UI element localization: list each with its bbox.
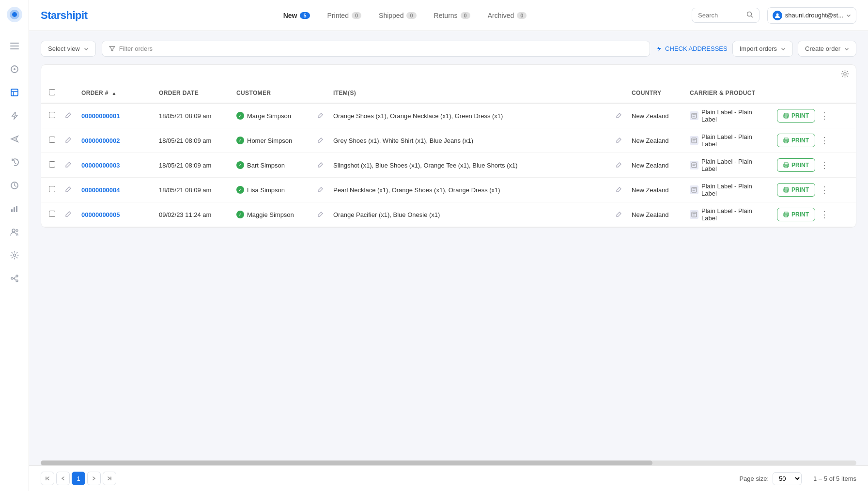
page-1-button[interactable]: 1 bbox=[72, 472, 85, 485]
history-icon[interactable] bbox=[5, 153, 24, 172]
row-checkbox-cell bbox=[41, 153, 61, 178]
page-size-select[interactable]: 50 100 200 bbox=[773, 472, 802, 485]
filter-orders-input[interactable]: Filter orders bbox=[102, 41, 650, 57]
row-edit-icon[interactable] bbox=[65, 112, 72, 120]
tab-archived[interactable]: Archived 0 bbox=[480, 8, 535, 23]
table-settings-button[interactable] bbox=[839, 68, 851, 82]
row-checkbox[interactable] bbox=[49, 186, 55, 192]
row-carrier-cell: Plain Label - Plain Label bbox=[685, 178, 772, 202]
row-checkbox[interactable] bbox=[49, 112, 55, 118]
row-date-cell: 18/05/21 08:09 am bbox=[154, 128, 232, 153]
print-button[interactable]: PRINT bbox=[777, 134, 815, 147]
tab-printed[interactable]: Printed 0 bbox=[320, 8, 369, 23]
print-icon bbox=[783, 138, 789, 143]
row-checkbox[interactable] bbox=[49, 161, 55, 168]
prev-page-button[interactable] bbox=[56, 472, 70, 485]
create-order-button[interactable]: Create order bbox=[798, 41, 856, 57]
items-edit-icon[interactable] bbox=[616, 162, 622, 169]
last-page-button[interactable] bbox=[103, 472, 116, 485]
print-icon bbox=[783, 162, 789, 168]
row-items: Orange Shoes (x1), Orange Necklace (x1),… bbox=[333, 112, 503, 120]
carrier-header[interactable]: CARRIER & PRODUCT bbox=[685, 83, 772, 103]
page-info: 1 – 5 of 5 items bbox=[813, 475, 856, 482]
search-icon[interactable] bbox=[746, 11, 753, 19]
svg-rect-28 bbox=[692, 163, 697, 168]
tab-shipped[interactable]: Shipped 0 bbox=[371, 8, 424, 23]
bolt-icon[interactable] bbox=[5, 106, 24, 125]
data-table: ORDER # ▲ ORDER DATE CUSTOMER ITEM(S) CO… bbox=[41, 83, 856, 227]
import-orders-button[interactable]: Import orders bbox=[732, 41, 793, 57]
next-page-button[interactable] bbox=[87, 472, 101, 485]
verified-icon: ✓ bbox=[236, 137, 244, 144]
row-items-cell: Grey Shoes (x1), White Shirt (x1), Blue … bbox=[328, 128, 627, 153]
more-options-button[interactable]: ⋮ bbox=[817, 134, 832, 147]
customer-edit-icon[interactable] bbox=[318, 112, 324, 120]
items-edit-icon[interactable] bbox=[616, 112, 622, 120]
row-order-link[interactable]: 00000000001 bbox=[81, 112, 120, 120]
search-input[interactable] bbox=[698, 12, 743, 19]
row-order-link[interactable]: 00000000005 bbox=[81, 211, 120, 218]
package-icon[interactable] bbox=[5, 83, 24, 102]
svg-rect-3 bbox=[10, 43, 19, 44]
row-order-id-cell: 00000000005 bbox=[77, 202, 154, 227]
scrollbar-thumb[interactable] bbox=[41, 460, 652, 465]
chart-icon[interactable] bbox=[5, 199, 24, 218]
row-edit-icon[interactable] bbox=[65, 186, 72, 194]
row-order-id-cell: 00000000003 bbox=[77, 153, 154, 178]
check-addresses-button[interactable]: CHECK ADDRESSES bbox=[656, 45, 728, 52]
row-checkbox[interactable] bbox=[49, 137, 55, 143]
send-icon[interactable] bbox=[5, 129, 24, 149]
row-carrier: Plain Label - Plain Label bbox=[701, 183, 767, 197]
svg-point-15 bbox=[13, 254, 16, 257]
row-carrier: Plain Label - Plain Label bbox=[701, 108, 767, 123]
country-header[interactable]: COUNTRY bbox=[627, 83, 685, 103]
row-edit-icon[interactable] bbox=[65, 211, 72, 218]
customer-edit-icon[interactable] bbox=[318, 162, 324, 169]
customer-header[interactable]: CUSTOMER bbox=[232, 83, 328, 103]
row-order-link[interactable]: 00000000004 bbox=[81, 186, 120, 194]
tab-new[interactable]: New 5 bbox=[276, 8, 318, 23]
order-num-header[interactable]: ORDER # ▲ bbox=[77, 83, 154, 103]
svg-point-19 bbox=[747, 12, 751, 16]
verified-icon: ✓ bbox=[236, 161, 244, 169]
customer-edit-icon[interactable] bbox=[318, 186, 324, 194]
row-checkbox[interactable] bbox=[49, 211, 55, 217]
carrier-icon bbox=[690, 111, 698, 120]
print-button[interactable]: PRINT bbox=[777, 158, 815, 172]
row-edit-icon[interactable] bbox=[65, 162, 72, 169]
items-edit-icon[interactable] bbox=[616, 137, 622, 144]
row-date: 18/05/21 08:09 am bbox=[159, 186, 211, 194]
row-checkbox-cell bbox=[41, 103, 61, 128]
print-icon bbox=[783, 212, 789, 217]
items-header[interactable]: ITEM(S) bbox=[328, 83, 627, 103]
menu-icon[interactable] bbox=[5, 36, 24, 56]
customer-edit-icon[interactable] bbox=[318, 137, 324, 144]
dashboard-icon[interactable] bbox=[5, 60, 24, 79]
customer-edit-icon[interactable] bbox=[318, 211, 324, 218]
more-options-button[interactable]: ⋮ bbox=[817, 159, 832, 171]
select-all-checkbox[interactable] bbox=[49, 89, 55, 95]
tab-returns[interactable]: Returns 0 bbox=[426, 8, 478, 23]
more-options-button[interactable]: ⋮ bbox=[817, 109, 832, 122]
print-button[interactable]: PRINT bbox=[777, 183, 815, 197]
select-view-dropdown[interactable]: Select view bbox=[41, 41, 96, 57]
clock-icon[interactable] bbox=[5, 176, 24, 195]
print-button[interactable]: PRINT bbox=[777, 109, 815, 123]
svg-point-2 bbox=[12, 12, 17, 17]
row-edit-icon[interactable] bbox=[65, 137, 72, 144]
items-edit-icon[interactable] bbox=[616, 211, 622, 218]
user-menu[interactable]: shauni.drought@st... bbox=[767, 7, 856, 24]
row-customer-name: Marge Simpson bbox=[247, 112, 291, 120]
users-icon[interactable] bbox=[5, 222, 24, 242]
row-order-link[interactable]: 00000000002 bbox=[81, 137, 120, 144]
row-order-link[interactable]: 00000000003 bbox=[81, 162, 120, 169]
more-options-button[interactable]: ⋮ bbox=[817, 184, 832, 196]
first-page-button[interactable] bbox=[41, 472, 54, 485]
order-date-header[interactable]: ORDER DATE bbox=[154, 83, 232, 103]
svg-rect-25 bbox=[692, 138, 697, 143]
items-edit-icon[interactable] bbox=[616, 186, 622, 194]
print-button[interactable]: PRINT bbox=[777, 208, 815, 221]
more-options-button[interactable]: ⋮ bbox=[817, 208, 832, 221]
settings-icon[interactable] bbox=[5, 246, 24, 265]
api-icon[interactable] bbox=[5, 269, 24, 288]
